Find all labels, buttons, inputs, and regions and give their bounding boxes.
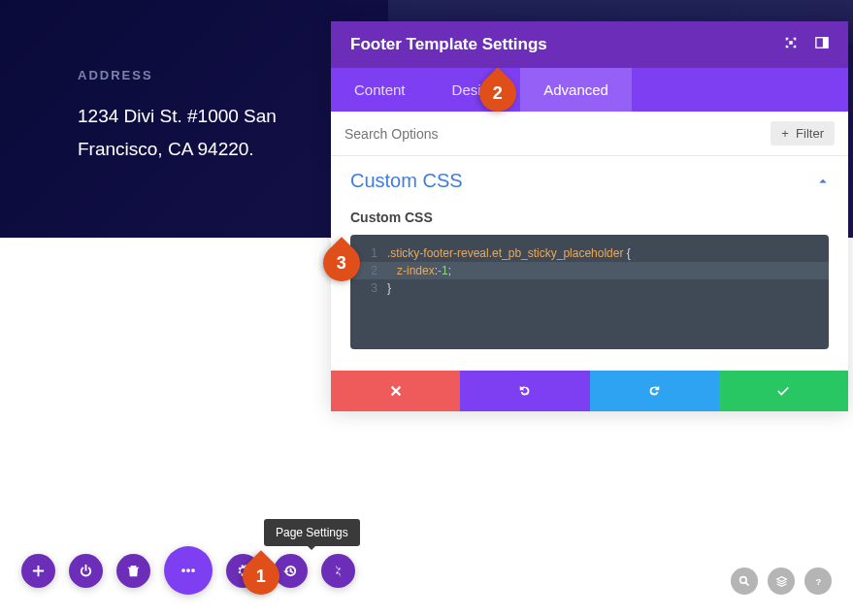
callout-2: 2 [479,75,516,112]
address-label: ADDRESS [78,68,277,82]
svg-point-3 [181,568,185,572]
svg-rect-0 [789,41,793,45]
tabs: Content Design Advanced [331,68,848,112]
address-text: 1234 Divi St. #1000 San Francisco, CA 94… [78,100,277,166]
settings-panel: Footer Template Settings Content Design … [331,21,848,411]
expand-icon[interactable] [784,36,798,53]
save-button[interactable] [719,371,848,411]
undo-button[interactable] [460,371,589,411]
section-toggle[interactable]: Custom CSS [350,170,829,192]
redo-button[interactable] [590,371,719,411]
zoom-icon[interactable] [731,567,758,595]
svg-text:?: ? [815,576,820,586]
dock-icon[interactable] [815,36,829,53]
filter-button[interactable]: + Filter [771,121,835,146]
callout-1: 1 [243,558,279,595]
svg-point-4 [186,568,190,572]
svg-point-6 [739,576,746,583]
panel-title: Footer Template Settings [350,35,547,54]
svg-point-5 [191,568,195,572]
add-button[interactable] [21,554,55,588]
callout-3: 3 [323,244,360,281]
tooltip: Page Settings [264,519,360,546]
section-title: Custom CSS [350,170,463,192]
arrows-button[interactable] [321,554,355,588]
dots-button[interactable] [164,546,213,595]
search-input[interactable] [344,126,771,142]
trash-button[interactable] [116,554,150,588]
field-label: Custom CSS [350,210,829,225]
chevron-up-icon [817,176,829,187]
code-editor[interactable]: 1.sticky-footer-reveal.et_pb_sticky_plac… [350,235,829,349]
svg-rect-2 [823,38,828,49]
power-button[interactable] [69,554,103,588]
layers-icon[interactable] [768,567,795,595]
tab-content[interactable]: Content [331,68,429,112]
tab-advanced[interactable]: Advanced [520,68,632,112]
help-icon[interactable]: ? [804,567,832,595]
cancel-button[interactable] [331,371,460,411]
